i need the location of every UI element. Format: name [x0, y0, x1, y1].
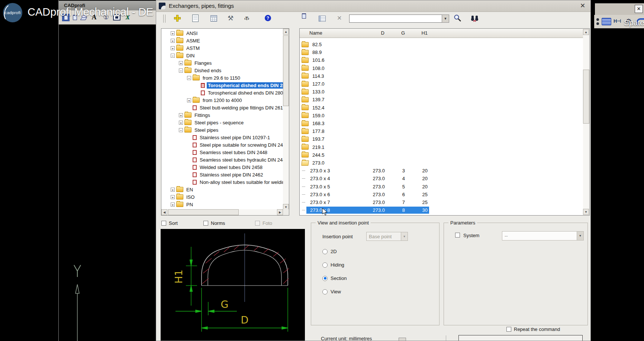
tree-item[interactable]: Non-alloy steel tubes suitable for weldi… [161, 178, 283, 186]
drag-handle[interactable] [163, 15, 165, 23]
radio-hiding[interactable]: Hiding [322, 262, 344, 268]
tree-item[interactable]: +ANSI [161, 29, 199, 37]
radio-view[interactable]: View [322, 289, 341, 294]
list-row[interactable]: 114.3 [300, 72, 583, 80]
tree-item[interactable]: Welded steel tubes DIN 2458 [161, 163, 264, 171]
expand-toggle[interactable]: + [179, 121, 183, 125]
scroll-left-button[interactable] [161, 209, 167, 215]
tree-item[interactable]: Stainless steel pipe DIN 10297-1 [161, 134, 271, 141]
system-checkbox[interactable] [455, 233, 460, 238]
list-row[interactable]: 168.3 [300, 119, 583, 127]
tree-item[interactable]: Seamless steel tubes hydraulic DIN 2445 [161, 156, 283, 163]
tree-item[interactable]: +ASTM [161, 44, 201, 52]
delete-icon[interactable]: ✕ [337, 15, 342, 22]
expand-toggle[interactable]: + [171, 39, 175, 43]
tree-item[interactable]: +PN [161, 201, 194, 208]
search-combo-input[interactable] [349, 15, 444, 23]
radio-section[interactable]: Section [322, 275, 347, 281]
list-row[interactable]: 273.0 x 6273.0625 [300, 191, 583, 198]
table-icon[interactable] [319, 16, 326, 22]
sort-checkbox[interactable] [161, 221, 166, 226]
fitting-icon[interactable]: H⊣ [614, 18, 621, 24]
dialog-titlebar[interactable]: Exchangers, pipes, fittings ✕ [156, 0, 590, 12]
chevron-down-icon[interactable]: ▼ [577, 232, 583, 240]
list-row[interactable]: 219.1 [300, 143, 583, 151]
tree-item[interactable]: +EN [161, 186, 194, 193]
list-row[interactable]: 177.8 [300, 127, 583, 135]
list-row-band[interactable]: 273.0 x 4273.0420 [306, 175, 429, 182]
list-row[interactable]: 159.0 [300, 112, 583, 119]
collapse-toggle[interactable]: − [179, 128, 183, 132]
scroll-thumb[interactable] [583, 70, 589, 124]
tree-item[interactable]: +Flanges [161, 59, 213, 67]
list-row-band[interactable]: 273.0 x 5273.0520 [306, 183, 429, 190]
close-icon[interactable]: ✕ [579, 2, 587, 10]
list-row[interactable]: 139.7 [300, 96, 583, 103]
document-icon[interactable] [192, 15, 199, 22]
tree-item[interactable]: −DIN [161, 52, 196, 59]
help-icon[interactable]: ? [265, 15, 271, 21]
binocular-parts-icon[interactable] [596, 18, 599, 21]
list-row-band[interactable]: 273.0 x 7273.0725 [306, 199, 429, 206]
tree-vscrollbar[interactable] [283, 29, 289, 210]
magnifier-icon[interactable] [454, 14, 462, 23]
scroll-thumb[interactable] [283, 35, 289, 106]
text-variable-icon[interactable]: ‹T› [244, 16, 249, 21]
expand-toggle[interactable]: + [187, 98, 191, 102]
scroll-right-button[interactable] [277, 209, 283, 215]
tree-item[interactable]: +ASME [161, 37, 201, 44]
system-select[interactable]: -- ▼ [502, 231, 584, 240]
tree-item[interactable]: +Fittings [161, 111, 211, 119]
radio-2d[interactable]: 2D [322, 249, 337, 254]
tree-item[interactable]: Steel butt-welding pipe fittings DIN 261… [161, 104, 283, 111]
radio-circle[interactable] [322, 262, 328, 268]
tree-item[interactable]: +Steel pipes - sequence [161, 119, 245, 126]
tree-item[interactable]: −Dished ends [161, 67, 222, 74]
radio-circle[interactable] [322, 276, 328, 281]
list-row-band[interactable]: 273.0 x 6273.0625 [306, 191, 429, 198]
list-row[interactable]: 273.0 x 8273.0830 [300, 206, 583, 214]
scroll-up-button[interactable] [283, 29, 289, 35]
list-row[interactable]: 273.0 x 3273.0320 [300, 167, 583, 175]
radio-circle[interactable] [322, 249, 328, 254]
watch-later-overlay[interactable]: Später [624, 18, 644, 27]
insert-button[interactable] [458, 335, 583, 341]
tree-hscrollbar[interactable] [161, 209, 283, 215]
expand-toggle[interactable]: + [171, 195, 175, 199]
list-row[interactable]: 273.0 x 7273.0725 [300, 198, 583, 206]
list-row[interactable]: 88.9 [300, 48, 583, 56]
list-row[interactable]: 193.7 [300, 135, 583, 143]
expand-toggle[interactable]: + [171, 31, 175, 35]
expand-toggle[interactable]: + [171, 188, 175, 192]
spreadsheet-icon[interactable] [210, 15, 217, 22]
tree-item[interactable]: Stainless steel pipe DIN 2462 [161, 171, 264, 178]
expand-toggle[interactable]: + [179, 113, 183, 117]
tree-item[interactable]: −Steel pipes [161, 126, 219, 134]
tree-item[interactable]: Seamless steel tubes DIN 2448 [161, 149, 268, 156]
list-row[interactable]: 82.5 [300, 41, 583, 48]
binoculars-icon[interactable] [470, 14, 479, 23]
pipe-icon[interactable] [602, 18, 611, 25]
expand-toggle[interactable]: + [179, 61, 183, 65]
list-row[interactable]: 273.0 x 4273.0420 [300, 175, 583, 182]
tree-item[interactable]: Torospherical dished ends DIN 28011 [161, 82, 283, 89]
search-dropdown-button[interactable]: ▼ [442, 15, 449, 23]
tools-icon[interactable]: ⚒ [228, 14, 234, 22]
copy-icon[interactable] [300, 13, 307, 19]
collapse-toggle[interactable]: − [179, 68, 183, 73]
scroll-down-button[interactable] [583, 209, 589, 215]
list-vscrollbar[interactable] [583, 29, 589, 215]
list-row-band[interactable]: 273.0 x 3273.0320 [306, 167, 429, 174]
list-row[interactable]: 273.0 x 5273.0520 [300, 183, 583, 191]
collapse-toggle[interactable]: − [187, 76, 191, 80]
list-row[interactable]: 108.0 [300, 64, 583, 72]
list-row[interactable]: 101.6 [300, 56, 583, 64]
add-icon[interactable] [174, 15, 181, 22]
collapse-toggle[interactable]: − [171, 54, 175, 58]
list-row[interactable]: 273.0 [300, 159, 583, 167]
tree-item[interactable]: +ISO [161, 193, 196, 201]
tree-item[interactable]: Torospherical dished ends DIN 28011 [161, 89, 283, 96]
expand-toggle[interactable]: + [171, 46, 175, 50]
close-icon[interactable]: ✕ [635, 5, 643, 13]
expand-toggle[interactable]: + [171, 203, 175, 207]
